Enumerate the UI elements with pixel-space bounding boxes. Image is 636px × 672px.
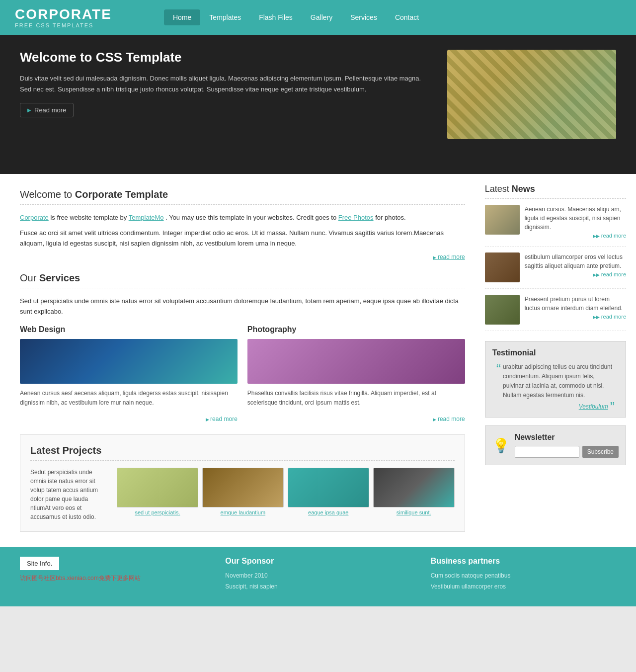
- service-item-webdesign: Web Design Aenean cursus aesf aecenas al…: [20, 325, 238, 422]
- footer-site-info: Site Info. 访问图号社区bbs.xieniao.com免费下更多网站: [20, 557, 205, 596]
- news-read-more-3[interactable]: read more: [525, 313, 626, 321]
- service-photography-title: Photography: [247, 325, 465, 334]
- news-text-2: estibulum ullamcorper eros vel lectus sa…: [525, 252, 626, 282]
- project-link-3[interactable]: eaque ipsa quae: [288, 509, 369, 515]
- service-item-photography: Photography Phasellus convallis facilisi…: [247, 325, 465, 422]
- nav-gallery[interactable]: Gallery: [302, 9, 341, 25]
- service-photography-desc: Phasellus convallis facilisis risus vita…: [247, 389, 465, 408]
- news-thumb-2: [485, 252, 520, 282]
- service-photography-read-more[interactable]: read more: [247, 416, 465, 422]
- logo-title: CORPORATE: [15, 6, 164, 22]
- newsletter-content: Newsletter Subscribe: [515, 433, 619, 458]
- news-section: Latest News Aenean cursus. Maecenas aliq…: [485, 184, 626, 331]
- partners-title: Business partners: [431, 557, 616, 566]
- corporate-read-more[interactable]: read more: [20, 253, 465, 260]
- news-text-1: Aenean cursus. Maecenas aliqu am, ligula…: [525, 205, 626, 240]
- project-thumb-3: eaque ipsa quae: [288, 468, 369, 515]
- hero-read-more-button[interactable]: Read more: [20, 103, 74, 117]
- corporate-p1: Corporate is free website template by Te…: [20, 213, 465, 223]
- projects-title: Latest Projects: [30, 445, 455, 456]
- corporate-title-bold: Corporate Template: [75, 189, 168, 200]
- news-item-2: estibulum ullamcorper eros vel lectus sa…: [485, 252, 626, 289]
- hero-image: [447, 50, 616, 139]
- templatemo-link[interactable]: TemplateMo: [129, 214, 164, 221]
- logo: CORPORATE FREE CSS TEMPLATES: [15, 6, 164, 28]
- testimonial-title: Testimonial: [492, 348, 619, 357]
- hero-title: Welcome to CSS Template: [20, 50, 427, 65]
- project-link-2[interactable]: emque laudantium: [202, 509, 284, 515]
- testimonial-section: Testimonial “ urabitur adipiscing tellus…: [485, 341, 626, 418]
- services-divider: [20, 288, 465, 288]
- newsletter-input[interactable]: [515, 446, 579, 458]
- services-grid: Web Design Aenean cursus aesf aecenas al…: [20, 325, 465, 422]
- corporate-p2: Fusce ac orci sit amet velit ultrices co…: [20, 228, 465, 249]
- service-webdesign-title: Web Design: [20, 325, 238, 334]
- news-item-1: Aenean cursus. Maecenas aliqu am, ligula…: [485, 205, 626, 247]
- nav-home[interactable]: Home: [164, 9, 200, 25]
- projects-inner: Sedut perspiciatis unde omnis iste natus…: [30, 468, 455, 521]
- nav-contact[interactable]: Contact: [386, 9, 428, 25]
- project-thumb-1: sed ut perspiciatis.: [117, 468, 198, 515]
- sponsor-link[interactable]: Suscipit, nisi sapien: [225, 582, 410, 592]
- news-thumb-1: [485, 205, 520, 235]
- service-webdesign-image: [20, 339, 238, 384]
- projects-desc: Sedut perspiciatis unde omnis iste natus…: [30, 468, 110, 521]
- footer-sponsor: Our Sponsor November 2010 Suscipit, nisi…: [225, 557, 410, 596]
- news-read-more-2[interactable]: read more: [525, 270, 626, 279]
- sidebar: Latest News Aenean cursus. Maecenas aliq…: [480, 174, 636, 547]
- news-item-3: Praesent pretium purus ut lorem luctus o…: [485, 295, 626, 331]
- project-thumb-4: similique sunt.: [373, 468, 455, 515]
- project-link-1[interactable]: sed ut perspiciatis.: [117, 509, 198, 515]
- free-photos-link[interactable]: Free Photos: [338, 214, 374, 221]
- projects-divider: [30, 460, 455, 461]
- service-photography-image: [247, 339, 465, 384]
- news-thumb-3: [485, 295, 520, 325]
- sponsor-date[interactable]: November 2010: [225, 571, 410, 582]
- corporate-divider: [20, 204, 465, 205]
- header: CORPORATE FREE CSS TEMPLATES Home Templa…: [0, 0, 636, 35]
- project-image-4: [373, 468, 455, 507]
- news-read-more-1[interactable]: read more: [525, 232, 626, 240]
- corporate-section-title: Welcome to Corporate Template: [20, 189, 465, 200]
- news-text-3: Praesent pretium purus ut lorem luctus o…: [525, 295, 626, 325]
- hero-section: Welcome to CSS Template Duis vitae velit…: [0, 35, 636, 174]
- nav-services[interactable]: Services: [341, 9, 386, 25]
- project-image-3: [288, 468, 369, 507]
- main-nav: Home Templates Flash Files Gallery Servi…: [164, 9, 428, 25]
- corporate-section: Welcome to Corporate Template Corporate …: [20, 189, 465, 260]
- content-area: Welcome to Corporate Template Corporate …: [0, 174, 480, 547]
- services-intro: Sed ut perspiciatis unde omnis iste natu…: [20, 296, 465, 317]
- services-title: Our Services: [20, 272, 465, 284]
- newsletter-subscribe-button[interactable]: Subscribe: [582, 446, 619, 458]
- main-content: Welcome to Corporate Template Corporate …: [0, 174, 636, 547]
- testimonial-author: Vestibulum: [492, 403, 619, 410]
- project-image-2: [202, 468, 284, 507]
- bulb-icon: 💡: [492, 437, 510, 454]
- site-info-badge: Site Info.: [20, 557, 59, 570]
- project-thumb-2: emque laudantium: [202, 468, 284, 515]
- newsletter-title: Newsletter: [515, 433, 619, 442]
- partner-1[interactable]: Cum sociis natoque penatibus: [431, 571, 616, 582]
- partner-2[interactable]: Vestibulum ullamcorper eros: [431, 582, 616, 592]
- projects-thumbs: sed ut perspiciatis. emque laudantium ea…: [117, 468, 455, 515]
- quote-open-icon: “: [496, 362, 501, 376]
- project-image-1: [117, 468, 198, 507]
- projects-section: Latest Projects Sedut perspiciatis unde …: [20, 434, 465, 532]
- logo-tagline: FREE CSS TEMPLATES: [15, 22, 164, 28]
- news-divider: [485, 198, 626, 199]
- watermark-text: 访问图号社区bbs.xieniao.com免费下更多网站: [20, 574, 205, 583]
- corporate-link[interactable]: Corporate: [20, 214, 49, 221]
- footer-partners: Business partners Cum sociis natoque pen…: [431, 557, 616, 596]
- project-link-4[interactable]: similique sunt.: [373, 509, 455, 515]
- service-webdesign-desc: Aenean cursus aesf aecenas aliquam, ligu…: [20, 389, 238, 408]
- service-webdesign-read-more[interactable]: read more: [20, 416, 238, 422]
- testimonial-body: urabitur adipiscing tellus eu arcu tinci…: [503, 362, 615, 401]
- hero-text: Welcome to CSS Template Duis vitae velit…: [20, 50, 427, 117]
- nav-templates[interactable]: Templates: [200, 9, 250, 25]
- hero-image-placeholder: [447, 50, 616, 139]
- newsletter-input-row: Subscribe: [515, 446, 619, 458]
- nav-flash-files[interactable]: Flash Files: [250, 9, 302, 25]
- newsletter-section: 💡 Newsletter Subscribe: [485, 425, 626, 465]
- services-section: Our Services Sed ut perspiciatis unde om…: [20, 272, 465, 422]
- quote-close-icon: ”: [610, 400, 615, 414]
